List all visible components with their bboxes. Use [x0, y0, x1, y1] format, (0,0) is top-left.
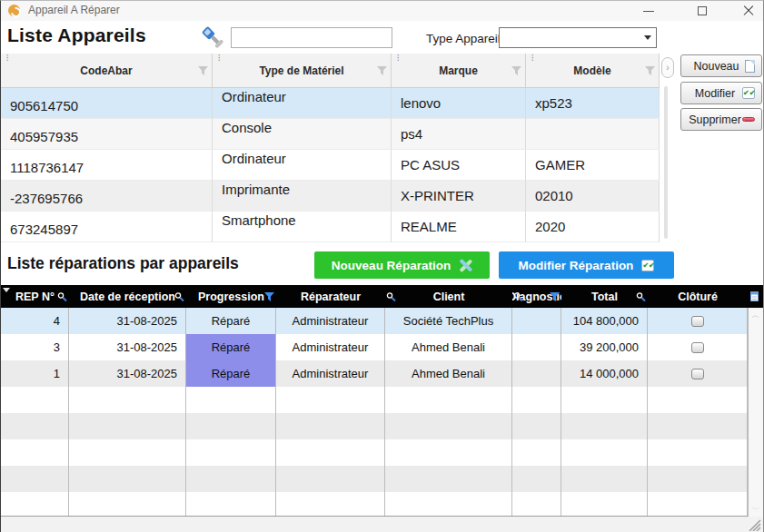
- table-row[interactable]: 4 31-08-2025 Réparé Administrateur Socié…: [1, 308, 763, 334]
- cell-reparateur[interactable]: Administrateur: [276, 308, 385, 334]
- column-header-diagnostic[interactable]: Diagnostic: [512, 285, 561, 308]
- window-bottom-strip: [1, 517, 763, 532]
- table-row[interactable]: 3 31-08-2025 Réparé Administrateur Ahmed…: [1, 334, 763, 360]
- cell-codeabar[interactable]: 905614750: [1, 88, 213, 119]
- table-row[interactable]: 1118736147 Ordinateur PC ASUS GAMER: [1, 150, 660, 181]
- cell-modele[interactable]: GAMER: [526, 150, 660, 181]
- cell-cloture[interactable]: [648, 308, 748, 334]
- cloture-checkbox[interactable]: [691, 369, 704, 379]
- edit-checklist-icon: ✔✔: [641, 260, 654, 271]
- cell-type[interactable]: Smartphone: [213, 212, 392, 242]
- cell-codeabar[interactable]: 1118736147: [1, 150, 213, 181]
- cell-modele[interactable]: xp523: [526, 88, 660, 119]
- column-header-reparateur[interactable]: Réparateur: [276, 285, 385, 308]
- filter-funnel-icon[interactable]: [645, 66, 655, 75]
- close-button[interactable]: [735, 1, 762, 21]
- cell-diagnostic[interactable]: [512, 334, 561, 360]
- cell-progression[interactable]: Réparé: [186, 334, 276, 360]
- table-row[interactable]: 1 31-08-2025 Réparé Administrateur Ahmed…: [1, 360, 763, 387]
- cell-marque[interactable]: REALME: [392, 212, 526, 242]
- column-header-codeabar[interactable]: ⋮ CodeAbar: [1, 54, 213, 88]
- column-header-cloture[interactable]: Clôturé: [648, 285, 748, 308]
- appareils-scrollbar[interactable]: [664, 86, 668, 239]
- modifier-button[interactable]: Modifier ✔✔: [680, 82, 762, 104]
- nouveau-button[interactable]: Nouveau: [680, 54, 762, 77]
- cell-rep[interactable]: 1: [1, 360, 69, 387]
- column-header-marque[interactable]: ⋮ Marque: [392, 54, 526, 88]
- cell-modele[interactable]: [526, 119, 660, 150]
- column-chooser-corner[interactable]: [748, 285, 763, 308]
- cell-codeabar[interactable]: 673245897: [1, 212, 213, 242]
- column-header-client[interactable]: Client: [385, 285, 512, 308]
- cell-type[interactable]: Console: [213, 119, 392, 150]
- cloture-checkbox[interactable]: [691, 342, 704, 353]
- cell-date[interactable]: 31-08-2025: [69, 334, 186, 360]
- cell-modele[interactable]: 02010: [526, 181, 660, 212]
- active-filter-funnel-icon[interactable]: [550, 292, 560, 301]
- search-column-icon[interactable]: [386, 291, 396, 301]
- active-filter-funnel-icon[interactable]: [264, 292, 274, 301]
- cloture-checkbox[interactable]: [691, 316, 704, 327]
- cell-client[interactable]: Ahmed Benali: [385, 334, 512, 360]
- table-row[interactable]: 673245897 Smartphone REALME 2020: [1, 212, 660, 242]
- filter-funnel-icon[interactable]: [511, 66, 521, 75]
- cell-type[interactable]: Ordinateur: [213, 88, 392, 119]
- column-header-date[interactable]: Date de réception: [69, 285, 186, 308]
- filter-funnel-icon[interactable]: [198, 66, 208, 75]
- cell-total[interactable]: 14 000,000: [561, 360, 648, 387]
- cell-rep[interactable]: 3: [1, 334, 69, 360]
- cell-marque[interactable]: X-PRINTER: [392, 181, 526, 212]
- table-row[interactable]: -237695766 Imprimante X-PRINTER 02010: [1, 181, 660, 212]
- supprimer-button[interactable]: Supprimer: [680, 108, 762, 131]
- cell-codeabar[interactable]: -237695766: [1, 181, 213, 212]
- expand-panel-button[interactable]: ›: [661, 57, 674, 78]
- cell-modele[interactable]: 2020: [526, 212, 660, 242]
- cell-rep[interactable]: 4: [1, 308, 69, 334]
- filter-funnel-icon[interactable]: [377, 66, 387, 75]
- cell-type[interactable]: Ordinateur: [213, 150, 392, 181]
- scroll-down-icon[interactable]: ﹀: [751, 506, 760, 513]
- search-column-icon[interactable]: [174, 291, 184, 301]
- cell-type[interactable]: Imprimante: [213, 181, 392, 212]
- search-input[interactable]: [231, 27, 392, 48]
- modifier-reparation-button[interactable]: Modifier Réparation ✔✔: [499, 251, 674, 279]
- column-header-type[interactable]: ⋮ Type de Matériel: [213, 54, 392, 88]
- table-row[interactable]: 905614750 Ordinateur lenovo xp523: [1, 88, 660, 119]
- type-appareil-select[interactable]: [499, 27, 657, 48]
- cell-cloture[interactable]: [648, 334, 748, 360]
- cell-total[interactable]: 39 200,000: [561, 334, 648, 360]
- cell-progression[interactable]: Réparé: [186, 308, 276, 334]
- cell-total[interactable]: 104 800,000: [561, 308, 648, 334]
- nouveau-reparation-button[interactable]: Nouveau Réparation: [314, 251, 490, 279]
- reparations-scrollbar[interactable]: ︿ ﹀: [748, 308, 763, 517]
- cell-date[interactable]: 31-08-2025: [69, 308, 186, 334]
- cell-reparateur[interactable]: Administrateur: [276, 360, 385, 387]
- scroll-up-icon[interactable]: ︿: [751, 311, 760, 319]
- cell-marque[interactable]: ps4: [392, 119, 526, 150]
- cell-marque[interactable]: lenovo: [392, 88, 526, 119]
- cell-marque[interactable]: PC ASUS: [392, 150, 526, 181]
- column-header-rep[interactable]: REP N°: [1, 285, 69, 308]
- cell-date[interactable]: 31-08-2025: [69, 360, 186, 387]
- table-row[interactable]: 405957935 Console ps4: [1, 119, 660, 150]
- cell-diagnostic[interactable]: [512, 360, 561, 387]
- search-column-icon[interactable]: [513, 291, 523, 301]
- column-header-total[interactable]: Total: [561, 285, 648, 308]
- column-header-progression[interactable]: Progression: [186, 285, 276, 308]
- cell-client[interactable]: Ahmed Benali: [385, 360, 512, 387]
- cell-codeabar[interactable]: 405957935: [1, 119, 213, 150]
- cell-cloture[interactable]: [648, 360, 748, 387]
- resize-grip[interactable]: [749, 519, 761, 531]
- cell-client[interactable]: Société TechPlus: [385, 308, 512, 334]
- maximize-button[interactable]: [689, 1, 716, 21]
- search-column-icon[interactable]: [636, 291, 646, 301]
- app-window: Appareil A Réparer Liste Appareils Type …: [0, 0, 764, 532]
- minimize-button[interactable]: [635, 1, 662, 21]
- cell-reparateur[interactable]: Administrateur: [276, 334, 385, 360]
- cell-diagnostic[interactable]: [512, 308, 561, 334]
- cell-progression[interactable]: Réparé: [186, 360, 276, 387]
- search-column-icon[interactable]: [57, 291, 67, 301]
- delete-minus-icon: [742, 117, 755, 122]
- column-drag-handle-icon: ⋮: [4, 54, 11, 62]
- column-header-modele[interactable]: ⋮ Modèle: [526, 54, 660, 88]
